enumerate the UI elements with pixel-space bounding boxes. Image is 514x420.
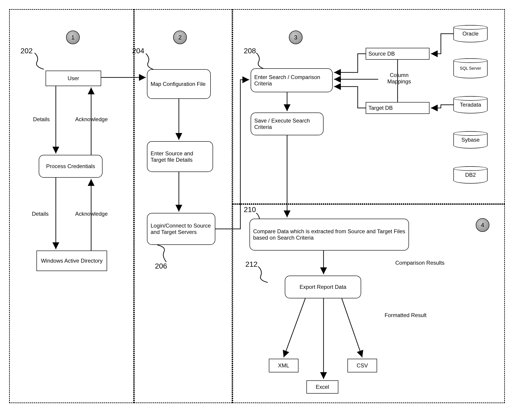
svg-line-12	[342, 298, 362, 357]
svg-line-10	[284, 298, 305, 357]
